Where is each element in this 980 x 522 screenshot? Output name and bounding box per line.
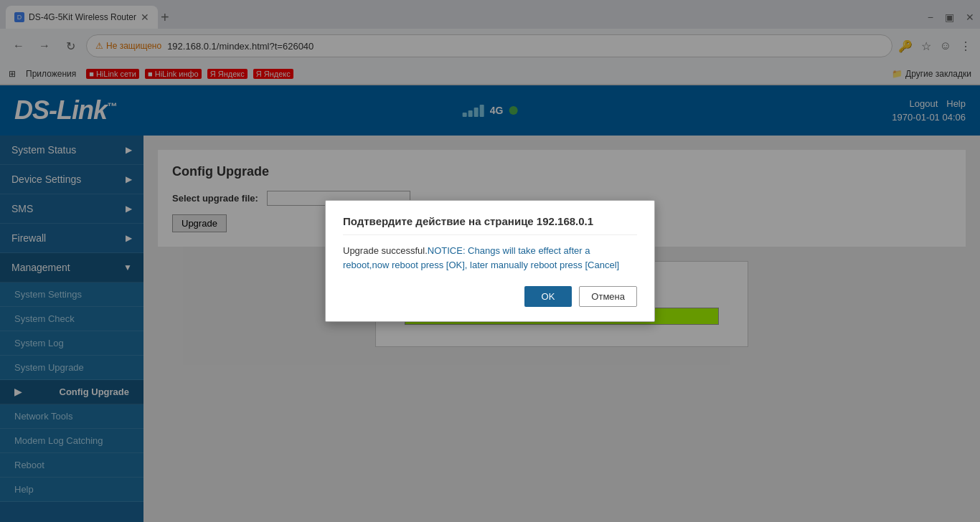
- dialog-title: Подтвердите действие на странице 192.168…: [343, 215, 637, 235]
- dialog-body: Upgrade successful.NOTICE: Changs will t…: [343, 244, 637, 272]
- confirm-dialog: Подтвердите действие на странице 192.168…: [325, 200, 655, 322]
- dialog-ok-button[interactable]: OK: [524, 286, 573, 307]
- dialog-cancel-button[interactable]: Отмена: [579, 286, 637, 307]
- dialog-body-text: Upgrade successful.: [343, 245, 428, 256]
- dialog-overlay: Подтвердите действие на странице 192.168…: [0, 0, 980, 522]
- dialog-buttons: OK Отмена: [343, 286, 637, 307]
